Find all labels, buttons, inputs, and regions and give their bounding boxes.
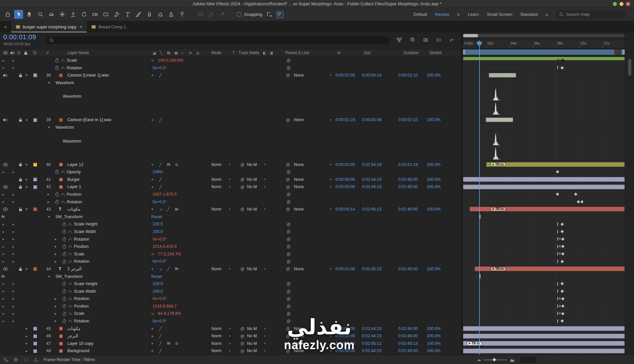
rotation-tool-icon[interactable] — [80, 10, 88, 19]
track-matte-dropdown[interactable]: No M▾ — [247, 347, 265, 355]
video-column-icon[interactable] — [3, 49, 8, 56]
keyframe-marks[interactable]: × — [557, 250, 565, 258]
timeline-row[interactable]: × — [463, 236, 625, 243]
stretch-value[interactable]: 100.0% — [427, 161, 440, 169]
layer-twirl-icon[interactable]: ▸ — [26, 347, 27, 355]
timeline-row[interactable] — [463, 183, 625, 191]
timeline-row[interactable]: × — [463, 57, 625, 64]
constrain-link-icon[interactable]: ∞ — [151, 310, 154, 317]
switch-slash-icon[interactable]: ╱ — [159, 340, 161, 347]
layer-duration-bar[interactable]: TR In — [463, 341, 625, 346]
parent-pickwhip-icon[interactable]: @ — [287, 236, 291, 243]
layer-label-chip[interactable] — [33, 185, 37, 189]
in-value[interactable]: 0:00:00:00 — [335, 332, 355, 340]
timeline-row[interactable] — [463, 131, 625, 161]
out-value[interactable]: 0:02:45:12 — [362, 340, 381, 347]
out-value[interactable]: 0:02:45:23 — [362, 265, 381, 273]
time-navigator[interactable] — [463, 34, 625, 37]
keyframe-marks[interactable]: × — [557, 57, 565, 64]
keyframe-marks[interactable] — [557, 317, 564, 325]
graph-toggle-icon[interactable] — [61, 191, 65, 198]
next-keyframe-icon[interactable]: ▶ — [13, 236, 14, 243]
layer-audio-speaker-icon[interactable] — [3, 116, 8, 124]
keyframe-marks[interactable] — [574, 191, 578, 198]
property-name[interactable]: Rotation — [74, 236, 89, 243]
tr-in-badge[interactable]: TR In — [490, 207, 506, 211]
orbit-camera-tool-icon[interactable] — [47, 10, 56, 19]
layer-label-chip[interactable] — [33, 178, 37, 182]
duration-value[interactable]: 0:02:45:00 — [398, 332, 418, 340]
constrain-link-icon[interactable]: ∞ — [151, 57, 154, 64]
matte-pickwhip-icon[interactable]: @ — [240, 325, 244, 333]
workspace-default[interactable]: Default — [413, 12, 427, 17]
layer-name[interactable]: مكونات — [67, 325, 80, 333]
property-group-row[interactable]: fx▾SM_TransformReset — [0, 273, 461, 280]
mode-dropdown[interactable]: Norm▾ — [211, 347, 230, 355]
in-value[interactable]: 0:00:00:00 — [335, 183, 355, 191]
workspace-small-screen[interactable]: Small Screen — [487, 12, 512, 17]
out-value[interactable]: 0:02:45:13 — [362, 206, 381, 213]
stopwatch-icon[interactable] — [62, 243, 66, 250]
layer-twirl-icon[interactable]: ▸ — [26, 176, 27, 183]
parent-link-column-header[interactable]: Parent & Link — [285, 49, 309, 56]
label-column-icon[interactable] — [33, 49, 37, 56]
matte-luma-icon[interactable]: ◨ — [269, 49, 273, 56]
lock-column-icon[interactable] — [24, 49, 28, 56]
timeline-row[interactable]: TR In — [463, 265, 625, 273]
help-search-input[interactable] — [566, 12, 616, 17]
stopwatch-icon[interactable] — [62, 310, 66, 317]
layer-visibility-eye-icon[interactable] — [3, 206, 8, 213]
layer-lock-icon[interactable] — [18, 116, 22, 124]
parent-pickwhip-icon[interactable]: @ — [286, 340, 290, 347]
previous-keyframe-icon[interactable]: ◀ — [2, 295, 4, 303]
next-keyframe-icon[interactable]: ▶ — [13, 243, 14, 250]
graph-toggle-icon[interactable] — [61, 64, 65, 72]
timeline-row[interactable] — [463, 288, 625, 295]
layer-label-chip[interactable] — [33, 267, 37, 271]
property-group-row[interactable]: ▾Waveform — [0, 79, 461, 87]
stopwatch-icon[interactable] — [62, 250, 66, 258]
graph-toggle-icon[interactable] — [68, 317, 72, 325]
out-value[interactable]: 0:02:54:18 — [362, 161, 381, 169]
property-twirl-icon[interactable]: ▸ — [55, 303, 56, 310]
fx-icon[interactable]: fx — [167, 49, 170, 56]
previous-keyframe-icon[interactable]: ◀ — [2, 250, 4, 258]
stopwatch-icon[interactable] — [62, 258, 66, 265]
time-navigator-thumb[interactable] — [463, 34, 478, 37]
group-name[interactable]: SM_Transform — [55, 273, 83, 280]
switch-pin-icon[interactable]: ⌖ — [151, 347, 154, 355]
window-minimize-button[interactable] — [619, 2, 623, 6]
pan-camera-tool-icon[interactable] — [58, 10, 67, 19]
layer-lock-icon[interactable] — [18, 161, 22, 169]
track-matte-dropdown[interactable]: No M▾ — [247, 332, 265, 340]
layer-label-chip[interactable] — [33, 162, 37, 167]
stopwatch-icon[interactable] — [55, 64, 59, 72]
property-value[interactable]: 0x+0.0° — [153, 258, 167, 265]
stopwatch-icon[interactable] — [55, 198, 59, 206]
switch-pin-icon[interactable]: ⌖ — [151, 176, 154, 183]
layer-lock-icon[interactable] — [18, 206, 22, 213]
layer-row-42[interactable]: ▾42Layer 1⌖╱Norm▾@No M▾@None▾0:00:00:000… — [0, 183, 461, 191]
switch-pin-icon[interactable]: ⌖ — [151, 206, 154, 213]
group-name[interactable]: Waveform — [55, 124, 74, 131]
stopwatch-icon[interactable] — [62, 303, 66, 310]
property-row[interactable]: ◀▶▸Rotation0x+0.0°@ — [0, 198, 461, 206]
mode-dropdown[interactable]: Norm▾ — [211, 183, 230, 191]
parent-pickwhip-icon[interactable]: @ — [286, 332, 290, 340]
parent-dropdown[interactable]: None▾ — [294, 72, 332, 79]
switch-slash-icon[interactable]: ╱ — [167, 206, 169, 213]
keyframe-marks[interactable] — [557, 220, 564, 228]
layer-audio-speaker-icon[interactable] — [3, 72, 8, 79]
timeline-row[interactable]: × — [463, 295, 625, 303]
timeline-row[interactable] — [463, 176, 625, 183]
property-row[interactable]: ◀▶Opacity100%@ — [0, 168, 461, 176]
out-value[interactable]: 0:02:44:23 — [362, 176, 381, 183]
snap-guides-icon[interactable] — [265, 10, 274, 19]
out-value[interactable]: 0:00:04:14 — [362, 72, 381, 79]
stretch-value[interactable]: 100.0% — [427, 347, 440, 355]
adjustment-layer-icon[interactable]: ⊘ — [189, 49, 192, 56]
layer-duration-bar[interactable] — [463, 184, 625, 189]
switch-pin-icon[interactable]: ⌖ — [151, 72, 154, 79]
parent-dropdown[interactable]: None▾ — [294, 161, 332, 169]
property-value[interactable]: 100% — [153, 168, 163, 176]
